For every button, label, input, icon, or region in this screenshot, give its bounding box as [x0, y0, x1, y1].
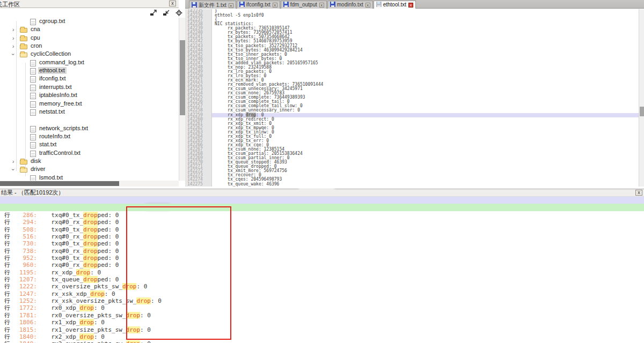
file-icon	[30, 151, 36, 157]
result-row-line-738[interactable]: 行738: rxq#0_rx_dropped: 0	[0, 248, 644, 255]
search-match-highlight: drop	[83, 262, 98, 269]
tree-item-ifconfig-txt[interactable]: ifconfig.txt	[0, 75, 179, 83]
line-text: ethtool -S enp1s0f0	[212, 13, 639, 18]
search-match-highlight: drop	[83, 276, 98, 283]
save-file-icon	[330, 2, 335, 7]
result-row-line-516[interactable]: 行516: rxq#0_rx_dropped: 0	[0, 233, 644, 240]
close-tab-icon[interactable]: x	[273, 3, 277, 8]
row-line-label: 行	[0, 340, 10, 343]
file-icon	[30, 142, 36, 148]
tree-vertical-scrollbar[interactable]	[179, 18, 185, 181]
result-row-line-508[interactable]: 行508: txq#0_tx_dropped: 0	[0, 226, 644, 233]
result-row-line-286[interactable]: 行286: txq#0_tx_dropped: 0	[0, 212, 644, 219]
result-row-line-1840[interactable]: 行1840: rx2_xdp_drop: 0	[0, 333, 644, 340]
tree-item-label: netstat.txt	[38, 108, 67, 115]
tree-item-iptablesinfo-txt[interactable]: iptablesInfo.txt	[0, 92, 179, 100]
tree-item-cycliccollection[interactable]: ›cyclicCollection	[0, 50, 179, 58]
result-row-line-730[interactable]: 行730: txq#0_tx_dropped: 0	[0, 240, 644, 247]
chevron-right-icon[interactable]: ›	[12, 27, 14, 33]
result-text: rx_xsk_xdp_drop: 0	[37, 290, 115, 297]
chevron-down-icon[interactable]: ›	[10, 54, 16, 55]
editor-line: 142236ethtool -S enp1s0f0	[185, 13, 639, 18]
tree-spacer	[0, 116, 179, 124]
tree-item-netstat-txt[interactable]: netstat.txt	[0, 108, 179, 116]
expand-all-icon[interactable]	[149, 9, 157, 17]
tree-item-interrupts-txt[interactable]: interrupts.txt	[0, 84, 179, 92]
result-row-line-1772[interactable]: 行1772: rx0_xdp_drop: 0	[0, 304, 644, 311]
tree-item-driver[interactable]: ›driver	[0, 166, 179, 174]
result-text: rxq#0_rx_dropped: 0	[37, 248, 119, 255]
result-row-line-1247[interactable]: 行1247: rx_xsk_xdp_drop: 0	[0, 290, 644, 297]
tab-ifconfig-txt[interactable]: ifconfig.txtx	[237, 1, 280, 9]
result-text: rx1_xdp_drop: 0	[37, 319, 105, 326]
file-icon	[30, 109, 36, 116]
tree-item-routeinfo-txt[interactable]: routeInfo.txt	[0, 133, 179, 141]
editor-content[interactable]: 142235}142236ethtool -S enp1s0f0142237{1…	[185, 9, 639, 187]
result-row-line-1207[interactable]: 行1207: tx_queue_dropped: 0	[0, 276, 644, 283]
tree-item-disk[interactable]: ›disk	[0, 158, 179, 166]
result-line-number: 516:	[10, 233, 37, 240]
tree-item-memory_free-txt[interactable]: memory_free.txt	[0, 100, 179, 108]
tab-modinfo-txt[interactable]: modinfo.txtx	[327, 1, 373, 9]
tree-vscroll-thumb[interactable]	[180, 40, 185, 115]
result-row-line-294[interactable]: 行294: rxq#0_rx_dropped: 0	[0, 219, 644, 226]
result-row-line-952[interactable]: 行952: txq#0_tx_dropped: 0	[0, 255, 644, 262]
search-match-highlight: drop	[126, 312, 141, 319]
chevron-right-icon[interactable]: ›	[12, 43, 14, 49]
result-text: rx_xsk_oversize_pkts_sw_drop: 0	[37, 297, 162, 304]
result-row-line-960[interactable]: 行960: rxq#0_rx_dropped: 0	[0, 262, 644, 269]
row-line-label: 行	[0, 212, 10, 219]
tree-item-label: trafficControl.txt	[38, 150, 82, 156]
tab-fdm_output[interactable]: fdm_outputx	[281, 1, 327, 9]
tree-item-stat-txt[interactable]: stat.txt	[0, 141, 179, 149]
result-row-line-1252[interactable]: 行1252: rx_xsk_oversize_pkts_sw_drop: 0	[0, 297, 644, 304]
close-icon[interactable]: x	[169, 1, 176, 6]
tree-item-cna[interactable]: ›cna	[0, 26, 179, 34]
tree-item-cpu[interactable]: ›cpu	[0, 34, 179, 42]
line-text: rx_xdp_drop: 0	[212, 113, 639, 117]
collapse-all-icon[interactable]	[162, 9, 170, 17]
result-row-line-1815[interactable]: 行1815: rx1_oversize_pkts_sw_drop: 0	[0, 326, 644, 333]
tab-ethtool-txt[interactable]: ethtool.txtx	[374, 1, 416, 9]
tree-item-ethtool-txt[interactable]: ethtool.txt	[0, 67, 179, 75]
row-line-label: 行	[0, 262, 10, 269]
line-text: }	[212, 9, 639, 13]
tree-item-lsmod-txt[interactable]: lsmod.txt	[0, 174, 179, 181]
tree-item-command_log-txt[interactable]: command_log.txt	[0, 59, 179, 67]
editor-line: 142275 tx_queue_wake: 46396	[185, 182, 639, 187]
chevron-right-icon[interactable]: ›	[12, 35, 14, 41]
close-tab-icon[interactable]: x	[408, 3, 413, 8]
result-text: rx0_xdp_drop: 0	[37, 304, 105, 311]
tree-item-label: interrupts.txt	[38, 84, 74, 91]
editor-vscroll-thumb[interactable]	[640, 107, 644, 116]
close-tab-icon[interactable]: x	[365, 3, 370, 8]
tree-item-trafficcontrol-txt[interactable]: trafficControl.txt	[0, 150, 179, 158]
editor-vertical-scrollbar[interactable]	[639, 9, 644, 187]
search-match-highlight: drop	[79, 319, 94, 326]
close-tab-icon[interactable]: x	[229, 3, 233, 8]
workspace-titlebar: 关工作区	[0, 0, 179, 8]
tree-item-label: ethtool.txt	[38, 67, 67, 74]
result-file-path[interactable]: E:\日志\armod0523.odata.ncmp.unicom.locar(…	[0, 204, 644, 211]
chevron-down-icon[interactable]: ›	[10, 169, 16, 170]
result-row-line-1781[interactable]: 行1781: rx0_oversize_pkts_sw_drop: 0	[0, 312, 644, 319]
tab--1-txt[interactable]: 新文件 1.txtx	[189, 1, 236, 9]
result-row-line-1806[interactable]: 行1806: rx1_xdp_drop: 0	[0, 319, 644, 326]
result-row-line-1222[interactable]: 行1222: rx_oversize_pkts_sw_drop: 0	[0, 283, 644, 290]
tree-hscroll-thumb[interactable]	[0, 181, 119, 186]
result-row-line-1849[interactable]: 行1849: rx2_oversize_pkts_sw_drop: 0	[0, 340, 644, 343]
search-match-highlight: drop	[126, 326, 141, 333]
tree-item-label: cna	[30, 26, 42, 33]
locate-file-icon[interactable]	[175, 9, 183, 17]
search-match-highlight: drop	[83, 255, 98, 262]
tree-item-network_scripts-txt[interactable]: network_scripts.txt	[0, 125, 179, 133]
chevron-right-icon[interactable]: ›	[12, 159, 14, 165]
close-tab-icon[interactable]: x	[319, 3, 324, 8]
result-text: rx_xdp_drop: 0	[37, 269, 101, 276]
close-icon[interactable]: x	[635, 190, 642, 196]
file-icon	[30, 175, 36, 181]
tree-item-cron[interactable]: ›cron	[0, 42, 179, 50]
tree-horizontal-scrollbar[interactable]	[0, 181, 179, 187]
result-row-line-1195[interactable]: 行1195: rx_xdp_drop: 0	[0, 269, 644, 276]
tree-item-cgroup-txt[interactable]: cgroup.txt	[0, 18, 179, 26]
